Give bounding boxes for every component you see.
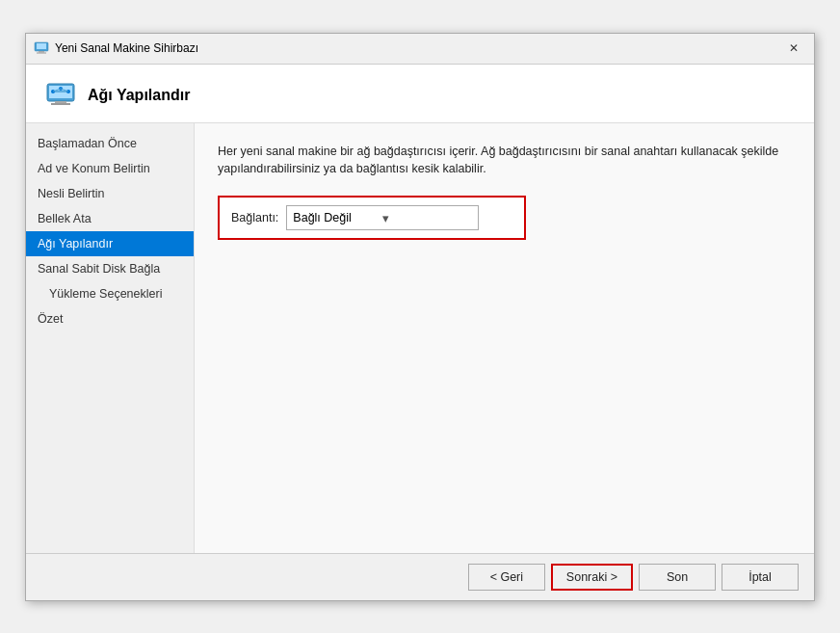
main-content-area: Her yeni sanal makine bir ağ bağdaştırıc… (195, 123, 814, 553)
sidebar-item-disk[interactable]: Sanal Sabit Disk Bağla (26, 256, 194, 281)
title-bar-controls: ✕ (781, 38, 806, 59)
sidebar-item-nesli[interactable]: Nesli Belirtin (26, 181, 194, 206)
sidebar: Başlamadan Önce Ad ve Konum Belirtin Nes… (26, 123, 195, 553)
cancel-button[interactable]: İptal (722, 564, 799, 591)
title-bar-text: Yeni Sanal Makine Sihirbazı (55, 41, 781, 55)
connection-value: Bağlı Değil (293, 211, 382, 224)
back-button[interactable]: < Geri (468, 564, 545, 591)
sidebar-item-baslamadan-once[interactable]: Başlamadan Önce (26, 131, 194, 156)
svg-rect-1 (37, 43, 46, 49)
connection-label: Bağlantı: (231, 211, 278, 224)
content-area: Başlamadan Önce Ad ve Konum Belirtin Nes… (26, 123, 814, 553)
sidebar-item-ag[interactable]: Ağı Yapılandır (26, 231, 194, 256)
connection-dropdown[interactable]: Bağlı Değil ▾ (286, 205, 479, 230)
main-window: Yeni Sanal Makine Sihirbazı ✕ Ağı Yapıla… (25, 33, 815, 601)
svg-rect-3 (37, 53, 46, 54)
next-button[interactable]: Sonraki > (551, 564, 633, 591)
header-network-icon (45, 80, 76, 111)
dropdown-arrow-icon: ▾ (382, 211, 472, 225)
svg-rect-2 (39, 51, 44, 53)
connection-box: Bağlantı: Bağlı Değil ▾ (218, 196, 526, 240)
sidebar-item-bellek[interactable]: Bellek Ata (26, 206, 194, 231)
sidebar-item-yukleme[interactable]: Yükleme Seçenekleri (26, 281, 194, 306)
svg-rect-6 (55, 101, 66, 103)
close-button[interactable]: ✕ (781, 38, 806, 59)
title-bar: Yeni Sanal Makine Sihirbazı ✕ (26, 34, 814, 65)
svg-rect-7 (51, 103, 70, 105)
window-icon (34, 40, 49, 56)
sidebar-item-ozet[interactable]: Özet (26, 306, 194, 331)
sidebar-item-ad-konum[interactable]: Ad ve Konum Belirtin (26, 156, 194, 181)
finish-button[interactable]: Son (639, 564, 716, 591)
window-body: Ağı Yapılandır Başlamadan Önce Ad ve Kon… (26, 65, 814, 553)
header-section: Ağı Yapılandır (26, 65, 814, 123)
page-title: Ağı Yapılandır (88, 87, 190, 104)
footer: < Geri Sonraki > Son İptal (26, 553, 814, 600)
description-text: Her yeni sanal makine bir ağ bağdaştırıc… (218, 143, 791, 179)
